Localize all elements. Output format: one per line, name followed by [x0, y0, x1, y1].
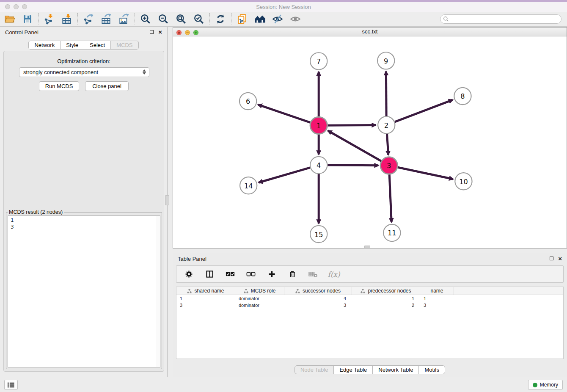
refresh-button[interactable]	[214, 13, 227, 25]
graph-edge-3-11[interactable]	[389, 174, 391, 222]
hide-graphics-details-button[interactable]	[271, 13, 284, 25]
zoom-fit-button[interactable]	[175, 13, 187, 25]
control-panel-close-icon[interactable]: ×	[158, 28, 162, 36]
table-cell[interactable]: 3	[176, 302, 235, 309]
tab-edge-table[interactable]: Edge Table	[333, 365, 373, 374]
table-cell[interactable]: 4	[284, 295, 352, 302]
export-network-button[interactable]	[82, 13, 95, 25]
column-layout-button[interactable]	[203, 268, 216, 281]
graph-edge-1-2[interactable]	[328, 125, 376, 125]
export-table-button[interactable]	[100, 13, 113, 25]
network-minimize-button[interactable]: −	[185, 30, 190, 35]
table-toolbar: f(x)	[176, 265, 564, 283]
graph-node-label: 2	[384, 121, 388, 130]
graph-edge-4-3[interactable]	[328, 165, 378, 166]
control-panel-header: Control Panel ×	[0, 27, 167, 38]
graph-edge-2-3[interactable]	[387, 134, 388, 155]
window-zoom-button[interactable]	[22, 4, 27, 9]
zoom-selected-button[interactable]	[193, 13, 205, 25]
criterion-select[interactable]: strongly connected component	[19, 67, 149, 77]
result-scrollbar[interactable]	[156, 215, 160, 367]
table-cell[interactable]: 1	[176, 295, 235, 302]
delete-table-button[interactable]	[307, 268, 319, 281]
vertical-splitter[interactable]	[167, 27, 173, 377]
zoom-in-button[interactable]	[139, 13, 152, 25]
deselect-all-button[interactable]	[245, 268, 257, 281]
tab-style[interactable]: Style	[60, 41, 84, 50]
search-input[interactable]	[451, 16, 559, 22]
table-settings-button[interactable]	[182, 268, 195, 281]
zoom-out-button[interactable]	[157, 13, 170, 25]
toolbar-separator	[209, 13, 210, 25]
export-image-button[interactable]	[118, 13, 130, 25]
homes-icon	[254, 14, 266, 25]
export-image-icon	[118, 14, 129, 25]
tab-network[interactable]: Network	[28, 41, 61, 50]
import-table-button[interactable]	[61, 13, 73, 25]
graph-edge-2-9[interactable]	[386, 71, 386, 116]
mcds-result-text[interactable]: 1 3	[8, 215, 156, 367]
table-cell[interactable]: 1	[420, 295, 454, 302]
graph-edge-3-10[interactable]	[398, 167, 453, 179]
task-history-button[interactable]	[4, 380, 18, 390]
column-header-mcds-role[interactable]: MCDS role	[235, 287, 284, 295]
table-cell[interactable]: 2	[352, 302, 420, 309]
network-canvas-area[interactable]: 7968124314101511	[173, 36, 567, 248]
memory-label: Memory	[540, 382, 558, 388]
run-mcds-button[interactable]: Run MCDS	[39, 81, 79, 91]
table-cell[interactable]: 1	[352, 295, 420, 302]
table-panel-float-icon[interactable]	[550, 257, 553, 260]
duplicate-network-view-button[interactable]	[236, 13, 248, 25]
column-header-shared-name[interactable]: shared name	[176, 287, 235, 295]
tab-mcds[interactable]: MCDS	[110, 41, 138, 50]
table-cell[interactable]: dominator	[235, 302, 284, 309]
close-panel-button[interactable]: Close panel	[85, 81, 129, 91]
network-canvas[interactable]: 7968124314101511	[173, 36, 567, 248]
add-button[interactable]	[265, 268, 278, 281]
splitter-grip[interactable]	[165, 195, 169, 205]
function-builder-button[interactable]: f(x)	[328, 268, 340, 281]
column-header-name[interactable]: name	[420, 287, 454, 295]
network-home-button[interactable]	[253, 13, 266, 25]
table-row[interactable]: 1dominator411	[176, 295, 563, 302]
table-cell[interactable]: 3	[284, 302, 352, 309]
node-table: shared nameMCDS rolesuccessor nodesprede…	[176, 287, 564, 359]
graph-edge-4-14[interactable]	[259, 168, 310, 182]
graph-edge-2-8[interactable]	[395, 100, 453, 122]
table-cell[interactable]: dominator	[235, 295, 284, 302]
select-all-button[interactable]	[224, 268, 237, 281]
import-network-button[interactable]	[43, 13, 55, 25]
graph-node-label: 9	[384, 57, 388, 65]
save-session-button[interactable]	[21, 13, 34, 25]
network-close-button[interactable]: ×	[176, 30, 182, 35]
tab-select[interactable]: Select	[84, 41, 111, 50]
tab-node-table[interactable]: Node Table	[295, 365, 334, 374]
table-cell[interactable]: 3	[420, 302, 454, 309]
tab-network-table[interactable]: Network Table	[372, 365, 419, 374]
main-area: Control Panel × NetworkStyleSelectMCDS O…	[0, 27, 567, 377]
memory-button[interactable]: Memory	[528, 380, 563, 390]
table-panel-close-icon[interactable]: ×	[558, 255, 562, 262]
column-header-predecessor-nodes[interactable]: predecessor nodes	[352, 287, 420, 295]
graph-edge-3-1[interactable]	[328, 131, 381, 161]
function-builder-icon: f(x)	[328, 270, 340, 279]
control-panel-float-icon[interactable]	[150, 30, 154, 34]
control-panel: Control Panel × NetworkStyleSelectMCDS O…	[0, 27, 167, 377]
delete-button[interactable]	[286, 268, 299, 281]
table-row[interactable]: 3dominator323	[176, 302, 563, 309]
tab-motifs[interactable]: Motifs	[418, 365, 445, 374]
network-maximize-button[interactable]: +	[193, 30, 198, 35]
network-window-title: scc.txt	[362, 28, 378, 35]
deselect-all-icon	[246, 271, 256, 277]
window-minimize-button[interactable]	[14, 4, 19, 9]
table-panel: Table Panel ×	[173, 253, 567, 377]
column-type-icon	[187, 289, 192, 293]
open-session-button[interactable]	[3, 13, 16, 25]
graph-edge-1-6[interactable]	[258, 105, 310, 122]
show-graphics-details-button[interactable]	[289, 13, 302, 25]
horizontal-splitter[interactable]	[173, 248, 567, 253]
search-box[interactable]	[440, 14, 561, 24]
window-close-button[interactable]	[5, 4, 10, 9]
canvas-resize-grip[interactable]	[364, 246, 370, 249]
column-header-successor-nodes[interactable]: successor nodes	[284, 287, 352, 295]
